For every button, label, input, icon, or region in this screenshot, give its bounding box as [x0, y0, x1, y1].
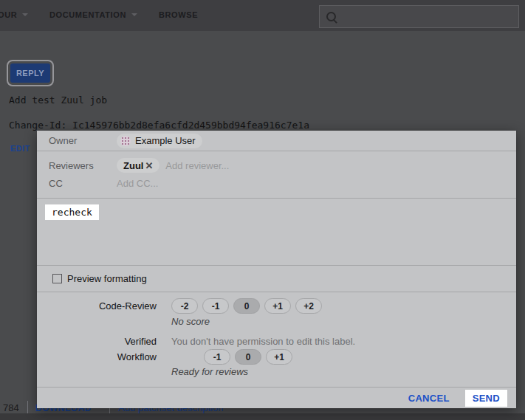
workflow-status: Ready for reviews [37, 366, 516, 377]
code-review-btn-neg2[interactable]: -2 [171, 298, 198, 314]
owner-name: Example User [135, 135, 196, 146]
verified-row: Verified You don't have permission to ed… [37, 335, 516, 347]
workflow-btn-pos1[interactable]: +1 [266, 349, 292, 365]
verified-label: Verified [37, 336, 164, 347]
divider [27, 401, 28, 413]
code-review-btn-pos2[interactable]: +2 [295, 298, 322, 314]
remove-reviewer-icon[interactable]: ✕ [145, 161, 153, 171]
bottom-strip [0, 413, 525, 420]
scores-section: Code-Review -2 -1 0 +1 +2 No score Verif… [37, 292, 516, 387]
owner-chip[interactable]: Example User [117, 134, 202, 148]
workflow-row: Workflow -1 0 +1 [37, 349, 516, 365]
code-review-label: Code-Review [37, 300, 164, 311]
nav-menu-documentation-label: DOCUMENTATION [49, 10, 126, 19]
workflow-label: Workflow [37, 351, 164, 362]
send-button[interactable]: SEND [465, 390, 507, 407]
commit-message-subject: Add test Zuul job [9, 94, 107, 106]
search-input[interactable] [336, 6, 518, 27]
add-cc-input[interactable]: Add CC... [117, 178, 158, 189]
code-review-row: Code-Review -2 -1 0 +1 +2 [37, 298, 516, 314]
dialog-footer: CANCEL SEND [37, 388, 516, 408]
edit-link[interactable]: EDIT [10, 144, 30, 153]
cc-label: CC [49, 178, 117, 189]
nav-menu-browse[interactable]: BROWSE [159, 10, 198, 19]
preview-formatting-label: Preview formatting [67, 273, 147, 284]
preview-formatting-checkbox[interactable] [52, 274, 62, 283]
reviewer-chip[interactable]: Zuul ✕ [117, 158, 159, 173]
chevron-down-icon [131, 13, 137, 16]
reply-message-textarea[interactable]: recheck [37, 199, 516, 265]
chevron-down-icon [22, 13, 28, 16]
code-review-btn-0[interactable]: 0 [233, 298, 260, 314]
search-icon [326, 12, 336, 21]
reply-dialog: Owner Example User Reviewers Zuul ✕ Add … [37, 131, 516, 408]
avatar [120, 136, 131, 146]
people-section: Reviewers Zuul ✕ Add reviewer... CC Add … [37, 151, 516, 198]
code-review-btn-pos1[interactable]: +1 [264, 298, 291, 314]
reviewer-name: Zuul [123, 160, 143, 171]
reviewers-row: Reviewers Zuul ✕ Add reviewer... [49, 156, 504, 175]
owner-label: Owner [49, 135, 117, 146]
nav-menu-your[interactable]: OUR [0, 10, 28, 19]
cancel-button[interactable]: CANCEL [404, 392, 454, 404]
code-review-btn-neg1[interactable]: -1 [202, 298, 229, 314]
cc-row: CC Add CC... [49, 175, 504, 192]
code-review-status: No score [37, 316, 516, 327]
nav-menu-documentation[interactable]: DOCUMENTATION [49, 10, 137, 19]
verified-permission-message: You don't have permission to edit this l… [164, 336, 355, 347]
add-reviewer-input[interactable]: Add reviewer... [165, 160, 229, 171]
search-box[interactable] [319, 5, 519, 28]
reviewers-label: Reviewers [49, 160, 117, 171]
gerrit-change-screen: OUR DOCUMENTATION BROWSE REPLY Add test … [0, 0, 525, 420]
owner-row: Owner Example User [37, 131, 516, 151]
top-app-bar: OUR DOCUMENTATION BROWSE [0, 0, 525, 31]
code-review-buttons: -2 -1 0 +1 +2 [164, 298, 322, 314]
preview-formatting-row: Preview formatting [37, 266, 516, 292]
patchset-number: 784 [3, 402, 19, 413]
reply-message-text[interactable]: recheck [45, 204, 99, 220]
workflow-buttons: -1 0 +1 [164, 349, 292, 365]
nav-menu-your-label: OUR [0, 10, 17, 19]
workflow-btn-0[interactable]: 0 [235, 349, 261, 365]
reply-button[interactable]: REPLY [10, 63, 50, 83]
commit-message-change-id: Change-Id: Ic145976bb2d8efa6cfd2d459bbd9… [9, 120, 309, 131]
workflow-btn-neg1[interactable]: -1 [204, 349, 230, 365]
nav-menu-browse-label: BROWSE [159, 10, 198, 19]
